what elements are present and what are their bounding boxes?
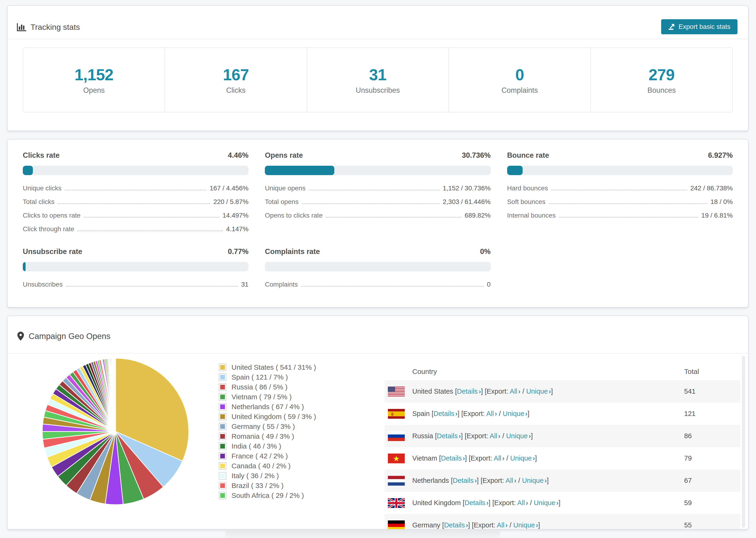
- geo-total-cell: 59: [684, 499, 740, 507]
- details-link[interactable]: Details›: [433, 410, 458, 417]
- export-all-link[interactable]: All›: [517, 499, 528, 507]
- stat-clicks-value: 167: [223, 66, 249, 84]
- flag-us-icon: [388, 387, 405, 397]
- legend-label: Russia ( 86 / 5% ): [232, 383, 287, 391]
- export-unique-link[interactable]: Unique›: [510, 455, 535, 462]
- chevron-right-icon: ›: [505, 521, 508, 529]
- rates-card: Clicks rate 4.46% Unique clicks167 / 4.4…: [7, 139, 748, 307]
- stat-unsubscribes-value: 31: [369, 66, 387, 84]
- opens-rate-title: Opens rate: [265, 151, 303, 160]
- geo-opens-pie-chart: [40, 356, 190, 507]
- legend-item: South Africa ( 29 / 2% ): [219, 491, 316, 501]
- clicks-rate-bar: [23, 166, 248, 175]
- rate-block-complaints: Complaints rate 0% Complaints0: [265, 247, 490, 288]
- rate-detail-value: 220 / 5.87%: [213, 198, 248, 206]
- rate-detail-label: Click through rate: [23, 225, 74, 233]
- geo-opens-table: Country Total United States [Details›] […: [385, 363, 740, 529]
- export-basic-stats-button[interactable]: Export basic stats: [661, 19, 737, 34]
- stat-opens: 1,152 Opens: [23, 48, 165, 112]
- chevron-right-icon: ›: [466, 521, 468, 529]
- details-link[interactable]: Details›: [437, 432, 461, 440]
- export-label: Export:: [494, 499, 517, 507]
- country-name: Spain: [412, 410, 432, 417]
- legend-swatch: [219, 482, 226, 489]
- geo-total-cell: 86: [684, 432, 740, 440]
- dotted-leader: [58, 203, 210, 204]
- bracket: ]: [551, 388, 553, 395]
- chevron-right-icon: ›: [514, 477, 516, 484]
- export-label: Export:: [470, 455, 494, 462]
- legend-item: United States ( 541 / 31% ): [219, 362, 316, 372]
- pie-slice-other[interactable]: [115, 358, 116, 431]
- bracket: ]: [535, 455, 537, 462]
- chevron-right-icon: ›: [544, 477, 547, 484]
- table-scrollbar[interactable]: [742, 356, 745, 528]
- legend-swatch: [219, 423, 226, 430]
- country-name: United Kingdom: [412, 499, 462, 507]
- rate-detail-value: 31: [241, 281, 248, 288]
- stat-bounces-value: 279: [649, 66, 675, 84]
- export-all-link[interactable]: All›: [490, 432, 501, 440]
- bracket: ] [: [461, 432, 466, 440]
- chevron-right-icon: ›: [459, 432, 461, 440]
- export-all-link[interactable]: All›: [506, 477, 516, 484]
- stat-bounces-label: Bounces: [648, 86, 676, 95]
- unsubscribe-rate-bar: [23, 262, 248, 271]
- geo-table-row-vn: Vietnam [Details›] [Export: All› / Uniqu…: [385, 447, 740, 469]
- unsubscribe-rate-rows: Unsubscribes31: [23, 281, 248, 288]
- export-all-link[interactable]: All›: [486, 410, 497, 417]
- legend-item: Italy ( 36 / 2% ): [219, 471, 316, 481]
- bracket: ] [: [458, 410, 463, 417]
- rate-detail-value: 167 / 4.456%: [210, 185, 248, 192]
- geo-table-row-us: United States [Details›] [Export: All› /…: [385, 380, 740, 403]
- details-link[interactable]: Details›: [441, 455, 465, 462]
- rate-detail-value: 1,152 / 30.736%: [443, 185, 491, 192]
- details-link[interactable]: Details›: [457, 388, 481, 395]
- legend-item: United Kingdom ( 59 / 3% ): [219, 412, 316, 422]
- legend-label: Canada ( 40 / 2% ): [232, 462, 291, 470]
- summary-stats-box: 1,152 Opens 167 Clicks 31 Unsubscribes 0…: [23, 47, 733, 112]
- geo-opens-title-label: Campaign Geo Opens: [28, 331, 110, 341]
- export-unique-link[interactable]: Unique›: [522, 477, 547, 484]
- details-link[interactable]: Details›: [464, 499, 488, 507]
- details-link[interactable]: Details›: [453, 477, 477, 484]
- stat-unsubscribes-label: Unsubscribes: [356, 86, 400, 95]
- export-unique-link[interactable]: Unique›: [534, 499, 559, 507]
- legend-label: France ( 42 / 2% ): [232, 452, 288, 460]
- rate-detail-row: Clicks to opens rate14.497%: [23, 212, 248, 219]
- dotted-leader: [66, 286, 238, 287]
- bounce-rate-rows: Hard bounces242 / 86.738%Soft bounces18 …: [507, 185, 733, 219]
- legend-item: Netherlands ( 67 / 4% ): [219, 402, 316, 412]
- export-all-link[interactable]: All›: [497, 521, 508, 529]
- export-unique-link[interactable]: Unique›: [526, 388, 551, 395]
- details-link[interactable]: Details›: [444, 521, 468, 529]
- export-unique-link[interactable]: Unique›: [503, 410, 527, 417]
- legend-label: Brazil ( 33 / 2% ): [232, 482, 284, 490]
- rate-detail-label: Unique opens: [265, 185, 305, 192]
- chevron-right-icon: ›: [549, 388, 551, 395]
- legend-item: Russia ( 86 / 5% ): [219, 382, 316, 392]
- bracket: ] [: [481, 388, 487, 395]
- opens-rate-percent: 30.736%: [462, 151, 490, 160]
- export-unique-link[interactable]: Unique›: [513, 521, 538, 529]
- geo-total-cell: 121: [684, 410, 740, 418]
- page-title: Tracking stats: [30, 23, 80, 32]
- bracket: ] [: [468, 521, 474, 529]
- legend-swatch: [219, 383, 226, 391]
- bounce-rate-bar: [507, 166, 733, 175]
- rate-block-opens: Opens rate 30.736% Unique opens1,152 / 3…: [265, 151, 490, 233]
- flag-es-icon: [388, 409, 405, 419]
- export-label: Export:: [482, 477, 506, 484]
- legend-swatch: [219, 462, 226, 470]
- chevron-right-icon: ›: [486, 499, 489, 507]
- export-all-link[interactable]: All›: [510, 388, 520, 395]
- chevron-right-icon: ›: [556, 499, 559, 507]
- export-all-link[interactable]: All›: [494, 455, 505, 462]
- export-label: Export:: [474, 521, 497, 529]
- complaints-rate-percent: 0%: [480, 247, 491, 256]
- rate-detail-label: Unique clicks: [23, 185, 62, 192]
- export-unique-link[interactable]: Unique›: [506, 432, 531, 440]
- legend-item: Romania ( 49 / 3% ): [219, 431, 316, 441]
- flag-de-icon: [388, 520, 405, 530]
- opens-rate-bar-fill: [265, 166, 334, 175]
